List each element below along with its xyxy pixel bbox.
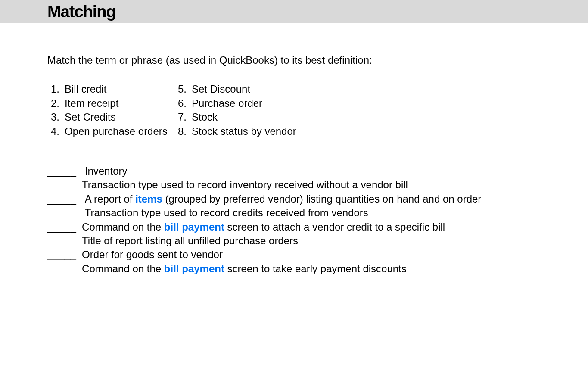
- term-label: Open purchase orders: [65, 125, 168, 138]
- text-fragment: Title of report listing all unfilled pur…: [82, 235, 298, 246]
- term-number: 3.: [47, 110, 65, 124]
- text-fragment: Command on the: [82, 263, 164, 274]
- term-number: 1.: [47, 82, 65, 96]
- terms-grid: 1. Bill credit 2. Item receipt 3. Set Cr…: [47, 82, 588, 138]
- instructions-text: Match the term or phrase (as used in Qui…: [47, 53, 588, 67]
- definitions-list: _____ Inventory______Transaction type us…: [47, 164, 588, 276]
- definition-text: Inventory: [85, 164, 128, 178]
- term-label: Set Credits: [65, 110, 116, 124]
- term-number: 2.: [47, 97, 65, 110]
- term-label: Stock: [192, 110, 218, 124]
- term-row: 3. Set Credits: [47, 110, 174, 124]
- terms-column-2: 5. Set Discount 6. Purchase order 7. Sto…: [174, 82, 302, 138]
- text-fragment: Order for goods sent to vendor: [82, 249, 223, 260]
- term-label: Item receipt: [65, 97, 118, 110]
- text-fragment: A report of: [85, 193, 135, 205]
- content-area: Match the term or phrase (as used in Qui…: [0, 23, 588, 276]
- definition-text: Transaction type used to record inventor…: [82, 178, 408, 192]
- text-fragment: screen to take early payment discounts: [224, 263, 407, 274]
- term-row: 7. Stock: [174, 110, 302, 124]
- text-fragment: Command on the: [82, 221, 164, 233]
- definition-row: ______Transaction type used to record in…: [47, 178, 588, 192]
- definition-row: _____ A report of items (grouped by pref…: [47, 192, 588, 206]
- definition-row: _____ Command on the bill payment screen…: [47, 220, 588, 234]
- text-fragment: Inventory: [85, 165, 128, 177]
- link-term[interactable]: bill payment: [164, 221, 224, 233]
- definition-row: _____ Order for goods sent to vendor: [47, 248, 588, 262]
- term-row: 5. Set Discount: [174, 82, 302, 96]
- answer-blank[interactable]: _____: [47, 206, 85, 220]
- answer-blank[interactable]: _____: [47, 164, 85, 178]
- text-fragment: screen to attach a vendor credit to a sp…: [224, 221, 445, 233]
- definition-text: Command on the bill payment screen to at…: [82, 220, 445, 234]
- link-term[interactable]: items: [135, 193, 162, 205]
- term-number: 8.: [174, 125, 192, 138]
- answer-blank[interactable]: _____: [47, 262, 82, 276]
- definition-row: _____ Transaction type used to record cr…: [47, 206, 588, 220]
- term-row: 6. Purchase order: [174, 97, 302, 110]
- term-label: Set Discount: [192, 82, 250, 96]
- link-term[interactable]: bill payment: [164, 263, 224, 274]
- term-row: 2. Item receipt: [47, 97, 174, 110]
- page-title: Matching: [47, 3, 588, 21]
- term-label: Bill credit: [65, 82, 106, 96]
- definition-text: Order for goods sent to vendor: [82, 248, 223, 262]
- definition-row: _____ Inventory: [47, 164, 588, 178]
- answer-blank[interactable]: _____: [47, 192, 85, 206]
- answer-blank[interactable]: ______: [47, 178, 82, 192]
- definition-text: Command on the bill payment screen to ta…: [82, 262, 407, 276]
- text-fragment: (grouped by preferred vendor) listing qu…: [162, 193, 481, 205]
- text-fragment: Transaction type used to record credits …: [85, 207, 368, 218]
- answer-blank[interactable]: _____: [47, 220, 82, 234]
- term-row: 1. Bill credit: [47, 82, 174, 96]
- answer-blank[interactable]: _____: [47, 248, 82, 262]
- definition-text: Title of report listing all unfilled pur…: [82, 234, 298, 248]
- terms-column-1: 1. Bill credit 2. Item receipt 3. Set Cr…: [47, 82, 174, 138]
- term-row: 4. Open purchase orders: [47, 125, 174, 138]
- term-number: 4.: [47, 125, 65, 138]
- term-number: 7.: [174, 110, 192, 124]
- definition-text: Transaction type used to record credits …: [85, 206, 368, 220]
- definition-row: _____ Command on the bill payment screen…: [47, 262, 588, 276]
- term-label: Purchase order: [192, 97, 262, 110]
- definition-row: _____ Title of report listing all unfill…: [47, 234, 588, 248]
- term-number: 5.: [174, 82, 192, 96]
- term-number: 6.: [174, 97, 192, 110]
- term-label: Stock status by vendor: [192, 125, 296, 138]
- text-fragment: Transaction type used to record inventor…: [82, 179, 408, 190]
- term-row: 8. Stock status by vendor: [174, 125, 302, 138]
- answer-blank[interactable]: _____: [47, 234, 82, 248]
- header-bar: Matching: [0, 0, 588, 23]
- definition-text: A report of items (grouped by preferred …: [85, 192, 482, 206]
